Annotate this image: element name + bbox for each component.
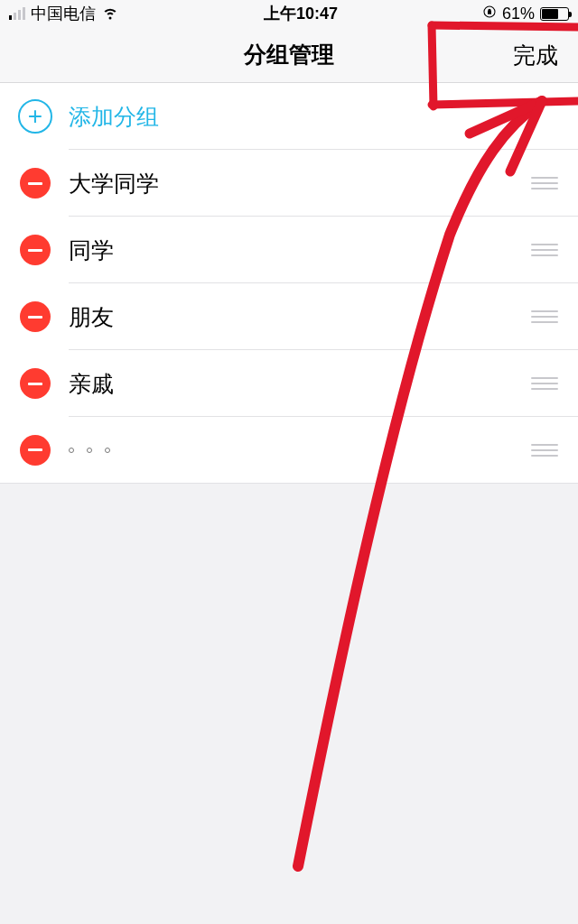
delete-button[interactable]: [18, 300, 52, 334]
delete-button[interactable]: [18, 166, 52, 200]
drag-handle-icon[interactable]: [531, 177, 560, 189]
done-button[interactable]: 完成: [513, 40, 558, 69]
page-title: 分组管理: [244, 40, 334, 69]
delete-button[interactable]: [18, 366, 52, 401]
group-row-more[interactable]: [0, 417, 578, 484]
drag-handle-icon[interactable]: [531, 444, 560, 457]
group-label: 朋友: [69, 302, 114, 332]
group-label: 同学: [69, 236, 114, 265]
battery-percent: 61%: [502, 5, 535, 23]
delete-button[interactable]: [18, 233, 52, 267]
add-group-row[interactable]: + 添加分组: [0, 83, 578, 150]
plus-icon: +: [18, 99, 52, 134]
group-row[interactable]: 大学同学: [0, 150, 578, 217]
status-left: 中国电信: [9, 3, 119, 25]
battery-icon: [540, 7, 569, 21]
group-row[interactable]: 朋友: [0, 283, 578, 350]
group-list: + 添加分组 大学同学 同学 朋友 亲戚: [0, 83, 578, 484]
drag-handle-icon[interactable]: [531, 310, 560, 323]
drag-handle-icon[interactable]: [531, 377, 560, 390]
group-row[interactable]: 亲戚: [0, 350, 578, 417]
signal-icon: [9, 7, 25, 20]
status-bar: 中国电信 上午10:47 61%: [0, 0, 578, 27]
status-right: 61%: [482, 5, 569, 23]
group-row[interactable]: 同学: [0, 217, 578, 283]
wifi-icon: [101, 3, 119, 25]
nav-bar: 分组管理 完成: [0, 27, 578, 83]
ellipsis-icon: [69, 448, 110, 453]
group-label: 大学同学: [69, 169, 159, 199]
carrier-label: 中国电信: [31, 3, 96, 24]
delete-button[interactable]: [18, 433, 52, 467]
status-time: 上午10:47: [264, 3, 338, 24]
orientation-lock-icon: [482, 5, 497, 23]
drag-handle-icon[interactable]: [531, 244, 560, 256]
group-label: 亲戚: [69, 369, 114, 399]
add-group-label: 添加分组: [69, 102, 159, 132]
